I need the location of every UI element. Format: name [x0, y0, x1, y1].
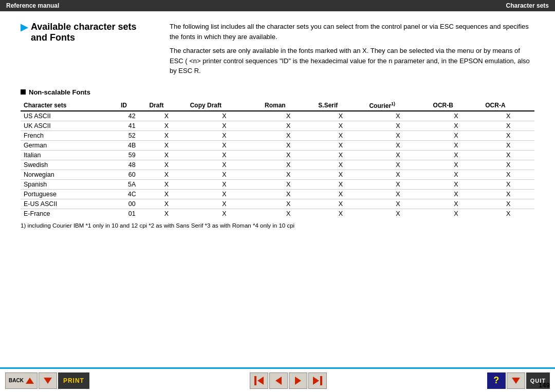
- table-cell: X: [146, 150, 187, 160]
- col-header-draft: Draft: [146, 100, 187, 111]
- table-cell: X: [430, 199, 483, 209]
- col-header-ocra: OCR-A: [482, 100, 534, 111]
- back-arrow-icon: [26, 378, 34, 384]
- page-number: 149: [539, 381, 550, 389]
- back-button[interactable]: BACK: [5, 372, 38, 389]
- table-cell: X: [366, 209, 430, 218]
- table-cell: X: [187, 170, 262, 179]
- print-button[interactable]: PRINT: [58, 372, 89, 389]
- bottom-nav-bar: BACK PRINT: [0, 367, 555, 392]
- col-header-ocrb: OCR-B: [430, 100, 483, 111]
- table-cell: Swedish: [21, 160, 118, 170]
- forward-button[interactable]: [39, 372, 57, 389]
- table-cell: UK ASCII: [21, 121, 118, 130]
- prev-page-icon: [275, 377, 282, 385]
- table-cell: Portuguese: [21, 189, 118, 199]
- table-cell: X: [262, 111, 315, 121]
- table-row: Swedish48XXXXXXX: [21, 160, 534, 170]
- next-page-icon: [295, 377, 301, 385]
- table-cell: X: [262, 150, 315, 160]
- left-nav-group: BACK PRINT: [5, 372, 89, 389]
- description-para-1: The following list includes all the char…: [170, 22, 534, 42]
- table-cell: X: [430, 150, 483, 160]
- table-cell: X: [482, 199, 534, 209]
- table-cell: X: [315, 121, 366, 130]
- table-cell: X: [430, 121, 483, 130]
- table-cell: X: [430, 140, 483, 150]
- table-cell: X: [430, 189, 483, 199]
- goto-start-button[interactable]: [250, 372, 268, 389]
- table-cell: X: [315, 140, 366, 150]
- table-cell: X: [430, 111, 483, 121]
- table-cell: 59: [118, 150, 146, 160]
- arrow-marker: ▶: [21, 22, 28, 33]
- table-row: E-US ASCII00XXXXXXX: [21, 199, 534, 209]
- table-cell: X: [315, 199, 366, 209]
- table-cell: X: [366, 111, 430, 121]
- goto-end-icon: [313, 376, 322, 385]
- table-cell: X: [366, 150, 430, 160]
- table-cell: Italian: [21, 150, 118, 160]
- table-cell: X: [315, 189, 366, 199]
- table-cell: X: [366, 140, 430, 150]
- table-row: German4BXXXXXXX: [21, 140, 534, 150]
- center-nav-group: [250, 372, 327, 389]
- table-cell: X: [482, 209, 534, 218]
- table-row: US ASCII42XXXXXXX: [21, 111, 534, 121]
- header-left: Reference manual: [6, 2, 59, 9]
- help-button[interactable]: ?: [487, 372, 506, 389]
- table-cell: X: [146, 170, 187, 179]
- bullet-icon: [21, 89, 26, 95]
- table-cell: X: [262, 160, 315, 170]
- table-cell: X: [187, 179, 262, 189]
- table-cell: Norwegian: [21, 170, 118, 179]
- table-cell: X: [146, 130, 187, 140]
- table-cell: X: [146, 199, 187, 209]
- table-cell: X: [187, 130, 262, 140]
- table-cell: X: [430, 160, 483, 170]
- table-cell: 4B: [118, 140, 146, 150]
- table-cell: X: [366, 121, 430, 130]
- section-title-block: ▶ Available character sets and Fonts: [21, 22, 154, 80]
- table-cell: 4C: [118, 189, 146, 199]
- table-cell: X: [482, 130, 534, 140]
- table-cell: US ASCII: [21, 111, 118, 121]
- table-cell: X: [262, 121, 315, 130]
- table-cell: X: [146, 209, 187, 218]
- description-para-2: The character sets are only available in…: [170, 46, 534, 76]
- table-cell: X: [146, 179, 187, 189]
- table-cell: X: [482, 140, 534, 150]
- table-cell: X: [482, 189, 534, 199]
- goto-end-button[interactable]: [308, 372, 327, 389]
- table-cell: X: [262, 130, 315, 140]
- table-cell: 41: [118, 121, 146, 130]
- table-cell: X: [187, 189, 262, 199]
- table-cell: X: [366, 179, 430, 189]
- table-row: E-France01XXXXXXX: [21, 209, 534, 218]
- table-cell: X: [262, 199, 315, 209]
- table-cell: German: [21, 140, 118, 150]
- table-cell: X: [430, 130, 483, 140]
- next-page-button[interactable]: [289, 372, 307, 389]
- table-cell: X: [366, 189, 430, 199]
- section-description: The following list includes all the char…: [170, 22, 534, 80]
- table-cell: X: [262, 179, 315, 189]
- table-cell: X: [430, 170, 483, 179]
- table-cell: X: [315, 111, 366, 121]
- table-cell: X: [315, 160, 366, 170]
- character-table: Character sets ID Draft Copy Draft Roman…: [21, 100, 534, 218]
- scroll-down-button[interactable]: [507, 372, 525, 389]
- table-cell: X: [187, 111, 262, 121]
- table-cell: X: [482, 121, 534, 130]
- table-row: UK ASCII41XXXXXXX: [21, 121, 534, 130]
- subsection-header: Non-scalable Fonts: [21, 88, 534, 96]
- header-bar: Reference manual Character sets: [0, 0, 555, 11]
- table-cell: 00: [118, 199, 146, 209]
- table-cell: X: [482, 170, 534, 179]
- table-cell: Spanish: [21, 179, 118, 189]
- table-cell: X: [187, 150, 262, 160]
- table-cell: X: [482, 179, 534, 189]
- table-cell: X: [482, 111, 534, 121]
- prev-page-button[interactable]: [269, 372, 288, 389]
- col-header-copydraft: Copy Draft: [187, 100, 262, 111]
